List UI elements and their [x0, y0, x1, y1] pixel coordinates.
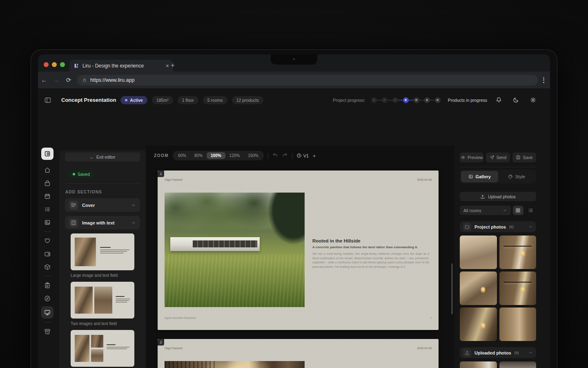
browser-menu-icon[interactable] — [543, 77, 544, 83]
template-image-grid[interactable] — [71, 330, 134, 367]
workspace-icon[interactable] — [41, 148, 53, 160]
compass-icon[interactable] — [42, 293, 53, 304]
progress-step[interactable] — [424, 97, 430, 103]
image-icon[interactable] — [42, 217, 53, 228]
version-history-button[interactable]: V1 — [296, 153, 309, 158]
page-header: Olga Franecki 2025-04-08 — [165, 178, 432, 181]
preview-button[interactable]: Preview — [460, 153, 483, 162]
photo-thumbnail[interactable] — [499, 361, 537, 368]
canvas-scrollbar[interactable] — [451, 263, 453, 314]
photo-thumbnail[interactable] — [460, 236, 497, 269]
zoom-option-100-active[interactable]: 100% — [207, 152, 225, 159]
heart-icon[interactable] — [42, 236, 53, 246]
minimize-window-button[interactable] — [52, 62, 57, 67]
template-two-images[interactable] — [71, 282, 134, 319]
redo-icon[interactable] — [282, 152, 288, 159]
bag-icon[interactable] — [42, 178, 53, 188]
photo-thumbnail[interactable] — [499, 236, 537, 269]
screen-share-icon[interactable] — [41, 306, 53, 319]
settings-gear-icon[interactable] — [527, 94, 539, 106]
saved-label: Saved — [78, 172, 90, 177]
zoom-option-60[interactable]: 60% — [174, 152, 190, 159]
browser-tab[interactable]: Liru - Design the experience × — [69, 60, 173, 72]
progress-label: Project progress: — [333, 98, 365, 103]
sidebar-toggle-icon[interactable] — [42, 95, 53, 105]
chevron-up-icon[interactable] — [528, 350, 533, 355]
project-photos-title: Project photos — [474, 224, 506, 229]
hillside-house-photo[interactable] — [165, 193, 305, 307]
progress-step[interactable] — [392, 97, 398, 103]
exit-editor-label: Exit editor — [96, 155, 116, 159]
progress-step[interactable] — [371, 97, 377, 103]
clipboard-icon[interactable] — [42, 280, 53, 291]
section-image-with-text[interactable]: Image with text — [65, 216, 140, 229]
tab-gallery[interactable]: Gallery — [461, 171, 498, 182]
section-cover[interactable]: Cover — [65, 198, 140, 212]
presentation-page-2[interactable]: 2 Olga Franecki 2025-04-08 — [158, 339, 439, 368]
progress-status: Products in progress — [448, 98, 487, 103]
list-view-button[interactable] — [526, 206, 536, 215]
back-icon[interactable]: ← — [38, 76, 50, 83]
archive-icon[interactable] — [42, 326, 53, 337]
progress-step[interactable] — [382, 97, 388, 103]
reload-icon[interactable]: ⟳ — [62, 76, 75, 84]
save-label: Save — [523, 155, 532, 160]
author-name: Olga Franecki — [165, 178, 183, 181]
zoom-option-150[interactable]: 150% — [244, 152, 263, 159]
photo-thumbnail[interactable] — [460, 307, 497, 341]
notifications-bell-icon[interactable] — [493, 94, 504, 106]
status-badge-label: Active — [130, 98, 143, 103]
calendar-icon[interactable] — [42, 191, 53, 202]
page-text-block[interactable]: Rooted in the Hillside A concrete pavili… — [312, 238, 429, 269]
photo-thumbnail[interactable] — [460, 361, 497, 368]
gallery-image-icon — [468, 174, 473, 179]
send-button[interactable]: Send — [486, 153, 510, 162]
upload-photos-button[interactable]: Upload photos — [460, 192, 536, 201]
rail-divider — [44, 231, 51, 232]
chevron-up-icon[interactable] — [528, 224, 533, 229]
add-version-button[interactable]: + — [313, 153, 315, 158]
photo-thumbnail[interactable] — [499, 272, 537, 305]
undo-icon[interactable] — [272, 152, 278, 159]
progress-step-active[interactable] — [403, 97, 409, 103]
webcam-icon — [292, 58, 296, 61]
rooms-filter-select[interactable]: All rooms — [460, 206, 511, 215]
photo-thumbnail[interactable] — [460, 272, 497, 305]
filters-icon[interactable] — [42, 204, 53, 215]
chevron-up-icon[interactable] — [131, 220, 136, 225]
products-chip: 12 products — [232, 96, 263, 104]
chevron-down-icon[interactable] — [131, 203, 136, 208]
wallet-icon[interactable] — [42, 249, 53, 259]
project-photos-header[interactable]: Project photos (6) — [460, 221, 536, 232]
photo-thumbnail[interactable] — [499, 307, 537, 341]
dark-mode-moon-icon[interactable] — [510, 94, 521, 106]
address-bar[interactable]: https://www.liru.app — [77, 75, 538, 85]
close-window-button[interactable] — [44, 62, 49, 67]
lock-icon — [82, 78, 87, 83]
tab-style[interactable]: Style — [498, 171, 535, 182]
template-large-image[interactable] — [71, 233, 134, 270]
new-tab-button[interactable]: + — [171, 61, 175, 70]
project-photos-grid — [460, 236, 536, 341]
footer-page-number: 1 — [430, 316, 432, 319]
grid-view-button[interactable] — [513, 206, 523, 215]
palette-icon — [508, 174, 513, 179]
save-button[interactable]: Save — [512, 153, 536, 162]
interior-photo[interactable] — [165, 361, 305, 368]
zoom-option-80[interactable]: 80% — [190, 152, 207, 159]
zoom-control: 60% 80% 100% 120% 150% — [173, 151, 264, 160]
home-icon[interactable] — [42, 165, 53, 175]
progress-step[interactable] — [435, 97, 441, 103]
page-subheading: A concrete pavilion that follows the lan… — [312, 245, 429, 249]
uploaded-photos-header[interactable]: Uploaded photos (9) — [460, 347, 536, 358]
tab-close-icon[interactable]: × — [166, 63, 169, 69]
presentation-page-1[interactable]: 1 Olga Franecki 2025-04-08 Rooted in t — [158, 171, 439, 330]
exit-editor-button[interactable]: ← Exit editor — [65, 153, 140, 162]
status-badge[interactable]: Active — [120, 96, 147, 104]
zoom-option-120[interactable]: 120% — [225, 152, 244, 159]
forward-icon[interactable]: → — [50, 76, 62, 83]
progress-step[interactable] — [414, 97, 419, 103]
toolbar-divider — [292, 153, 292, 159]
fullscreen-window-button[interactable] — [60, 62, 65, 67]
box-icon[interactable] — [42, 262, 53, 272]
